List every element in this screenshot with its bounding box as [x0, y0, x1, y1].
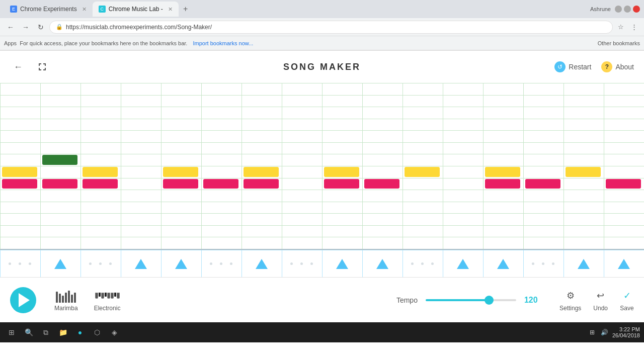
task-view[interactable]: ⧉ — [38, 325, 53, 340]
address-input[interactable]: 🔒 https://musiclab.chromeexperiments.com… — [49, 21, 613, 34]
melody-note[interactable] — [244, 179, 279, 189]
tempo-section: Tempo 120 — [396, 296, 539, 305]
melody-note[interactable] — [42, 179, 77, 189]
tab-close-active[interactable]: ✕ — [168, 6, 173, 13]
melody-note[interactable] — [83, 167, 118, 177]
tab-favicon: E — [10, 6, 17, 13]
melody-note[interactable] — [2, 179, 37, 189]
melody-note[interactable] — [324, 167, 359, 177]
new-tab-button[interactable]: + — [179, 2, 193, 16]
app-header: ← SONG MAKER ↺ Restart ? About — [0, 51, 644, 83]
melody-note[interactable] — [485, 179, 520, 189]
tempo-value: 120 — [524, 296, 539, 305]
rhythm-dot — [230, 262, 232, 265]
melody-note[interactable] — [485, 167, 520, 177]
undo-button[interactable]: ↩ Undo — [593, 289, 608, 312]
chrome-taskbar[interactable]: ● — [72, 325, 88, 340]
tempo-label: Tempo — [396, 296, 418, 304]
settings-button[interactable]: ⚙ Settings — [559, 289, 581, 312]
bookmark-btn[interactable]: ☆ — [615, 21, 627, 33]
search-taskbar[interactable]: 🔍 — [21, 325, 36, 340]
triangle-note[interactable] — [256, 259, 268, 269]
melody-note[interactable] — [364, 179, 399, 189]
melody-note[interactable] — [525, 179, 560, 189]
rhythm-dot — [431, 262, 434, 265]
forward-button[interactable]: → — [19, 21, 32, 34]
electronic-label: Electronic — [94, 305, 121, 312]
rhythm-dot — [290, 262, 293, 265]
melody-note[interactable] — [405, 167, 440, 177]
triangle-note[interactable] — [376, 259, 388, 269]
taskbar-time: 3:22 PM 26/04/2018 — [612, 326, 640, 338]
melody-note[interactable] — [42, 155, 77, 165]
url-text: https://musiclab.chromeexperiments.com/S… — [66, 24, 212, 31]
marimba-icon — [56, 289, 76, 303]
rhythm-dot — [310, 262, 313, 265]
restart-icon: ↺ — [554, 61, 566, 72]
bookmarks-text: Apps For quick access, place your bookma… — [4, 40, 189, 46]
tab-close[interactable]: ✕ — [82, 6, 87, 13]
melody-note[interactable] — [2, 167, 37, 177]
about-button[interactable]: ? About — [601, 61, 634, 72]
save-button[interactable]: ✓ Save — [620, 289, 634, 312]
import-bookmarks-link[interactable]: Import bookmarks now... — [193, 40, 253, 46]
melody-note[interactable] — [244, 167, 279, 177]
melody-note[interactable] — [163, 167, 198, 177]
refresh-button[interactable]: ↻ — [34, 21, 47, 34]
rhythm-dot — [532, 262, 534, 265]
melody-note[interactable] — [324, 179, 359, 189]
play-icon — [19, 293, 30, 307]
header-left: ← — [10, 59, 50, 75]
marimba-button[interactable]: Marimba — [46, 285, 86, 316]
tempo-slider[interactable] — [426, 299, 516, 301]
triangle-note[interactable] — [336, 259, 348, 269]
file-explorer[interactable]: 📁 — [55, 325, 70, 340]
expand-button[interactable] — [34, 59, 50, 75]
triangle-note[interactable] — [175, 259, 187, 269]
taskbar: ⊞ 🔍 ⧉ 📁 ● ⬡ ◈ ⊞ 🔊 3:22 PM 26/04/2018 — [0, 322, 644, 342]
app2-taskbar[interactable]: ◈ — [107, 325, 122, 340]
play-button[interactable] — [10, 287, 36, 313]
melody-grid[interactable] — [0, 83, 644, 249]
window-user: Ashrune — [590, 6, 611, 12]
rhythm-dot — [29, 262, 31, 265]
melody-note[interactable] — [566, 167, 601, 177]
window-controls — [615, 6, 640, 13]
triangle-note[interactable] — [54, 259, 66, 269]
app-taskbar[interactable]: ⬡ — [90, 325, 105, 340]
tab-label-active: Chrome Music Lab - — [109, 6, 163, 13]
settings-icon: ⚙ — [564, 289, 578, 303]
melody-note[interactable] — [83, 179, 118, 189]
electronic-icon — [95, 289, 120, 303]
more-btn[interactable]: ⋮ — [628, 21, 640, 33]
tempo-thumb[interactable] — [485, 296, 494, 305]
close-button[interactable] — [633, 6, 640, 13]
electronic-button[interactable]: Electronic — [86, 285, 129, 316]
triangle-note[interactable] — [578, 259, 590, 269]
restart-button[interactable]: ↺ Restart — [554, 61, 591, 72]
melody-note[interactable] — [163, 179, 198, 189]
rhythm-dot — [421, 262, 424, 265]
grid-area[interactable] — [0, 83, 644, 277]
triangle-note[interactable] — [618, 259, 630, 269]
back-button[interactable]: ← — [4, 21, 17, 34]
triangle-note[interactable] — [457, 259, 469, 269]
tempo-slider-container[interactable] — [426, 299, 516, 301]
save-icon: ✓ — [620, 289, 634, 303]
minimize-button[interactable] — [615, 6, 622, 13]
system-tray: ⊞ 🔊 3:22 PM 26/04/2018 — [588, 326, 640, 338]
tab-chrome-experiments[interactable]: E Chrome Experiments ✕ — [4, 2, 93, 17]
melody-note[interactable] — [606, 179, 641, 189]
tab-music-lab[interactable]: C Chrome Music Lab - ✕ — [93, 2, 179, 17]
other-bookmarks[interactable]: Other bookmarks — [598, 40, 640, 46]
rhythm-dot — [220, 262, 222, 265]
rhythm-grid[interactable] — [0, 249, 644, 277]
melody-note[interactable] — [203, 179, 238, 189]
triangle-note[interactable] — [135, 259, 147, 269]
volume-icon: 🔊 — [599, 329, 610, 336]
back-arrow-button[interactable]: ← — [10, 59, 26, 75]
start-button[interactable]: ⊞ — [4, 325, 19, 340]
undo-label: Undo — [593, 305, 608, 312]
maximize-button[interactable] — [624, 6, 631, 13]
triangle-note[interactable] — [497, 259, 509, 269]
